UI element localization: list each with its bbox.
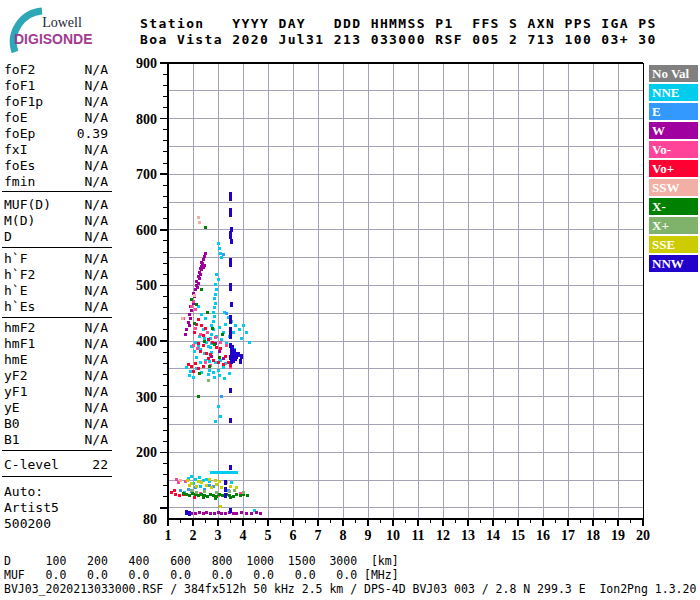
muf-row: MUF 0.0 0.0 0.0 0.0 0.0 0.0 0.0 0.0 [MHz… — [4, 568, 399, 582]
legend-item-sse: SSE — [649, 236, 698, 253]
status-line: BVJ03_2020213033000.RSF / 384fx512h 50 k… — [4, 582, 696, 596]
x-tick-label: 1 — [165, 528, 172, 543]
x-tick-label: 2 — [190, 528, 197, 543]
x-tick-label: 14 — [486, 528, 500, 543]
grid-layer — [168, 63, 643, 519]
legend-item-nnw: NNW — [649, 255, 698, 272]
series-nne — [184, 242, 256, 511]
y-tick-label: 600 — [136, 223, 157, 238]
x-tick-label: 12 — [436, 528, 450, 543]
legend-item-vo-: Vo- — [649, 141, 698, 158]
y-tick-label: 700 — [136, 167, 157, 182]
y-tick-label: 900 — [136, 56, 157, 71]
series-nnw — [185, 192, 243, 516]
legend-item-ssw: SSW — [649, 179, 698, 196]
x-tick-label: 16 — [536, 528, 550, 543]
legend-item-nne: NNE — [649, 84, 698, 101]
legend-item-e: E — [649, 103, 698, 120]
x-tick-label: 7 — [315, 528, 322, 543]
x-tick-label: 5 — [265, 528, 272, 543]
axes-layer — [160, 63, 643, 526]
x-tick-label: 9 — [365, 528, 372, 543]
y-tick-label: 500 — [136, 278, 157, 293]
x-tick-label: 15 — [511, 528, 525, 543]
legend-item-vo+: Vo+ — [649, 160, 698, 177]
legend-item-x-: X- — [649, 198, 698, 215]
x-tick-label: 18 — [586, 528, 600, 543]
x-tick-label: 6 — [290, 528, 297, 543]
legend-item-x+: X+ — [649, 217, 698, 234]
series-w — [184, 252, 262, 515]
x-tick-label: 8 — [340, 528, 347, 543]
y-tick-label: 300 — [136, 390, 157, 405]
x-tick-label: 17 — [561, 528, 575, 543]
x-tick-label: 4 — [240, 528, 247, 543]
direction-legend: No ValNNEEWVo-Vo+SSWX-X+SSENNW — [649, 65, 699, 274]
distance-row: D 100 200 400 600 800 1000 1500 3000 [km… — [4, 554, 399, 568]
legend-item-noval: No Val — [649, 65, 698, 82]
y-tick-label: 80 — [143, 512, 157, 527]
ionogram-screen: Lowell DIGISONDE Station YYYY DAY DDD HH… — [0, 0, 700, 600]
x-tick-label: 3 — [215, 528, 222, 543]
points-layer — [170, 192, 262, 516]
y-tick-label: 400 — [136, 334, 157, 349]
x-tick-label: 13 — [461, 528, 475, 543]
series-e — [179, 253, 230, 495]
x-tick-label: 10 — [386, 528, 400, 543]
x-tick-label: 20 — [636, 528, 650, 543]
legend-item-w: W — [649, 122, 698, 139]
y-tick-label: 200 — [136, 445, 157, 460]
ionogram-plot: 1234567891011121314151617181920900800700… — [0, 0, 700, 600]
y-tick-label: 800 — [136, 112, 157, 127]
x-tick-label: 19 — [611, 528, 625, 543]
x-tick-label: 11 — [411, 528, 424, 543]
